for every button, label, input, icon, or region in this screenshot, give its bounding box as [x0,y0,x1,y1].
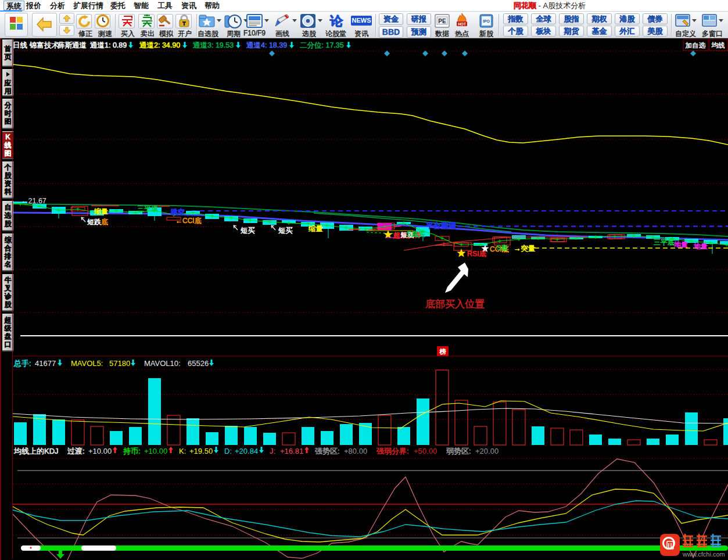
svg-text:+20.00: +20.00 [475,447,499,455]
svg-text:+50.00: +50.00 [414,447,437,455]
svg-text:短买: 短买 [278,227,293,235]
svg-text:薛斯通道: 薛斯通道 [58,41,87,49]
svg-text:+80.00: +80.00 [344,447,367,455]
svg-text:通道3: 19.53: 通道3: 19.53 [193,41,234,49]
svg-text:57180: 57180 [109,359,130,368]
svg-text:MAVOL10:: MAVOL10: [144,359,181,368]
svg-text:+19.50: +19.50 [189,447,213,455]
svg-text:→突量: →突量 [514,245,536,253]
svg-text:←CCI底: ←CCI底 [175,217,202,225]
svg-text:HOT: HOT [458,22,466,26]
svg-text:榜: 榜 [440,348,446,355]
svg-text:锦富技术: 锦富技术 [29,41,59,49]
svg-text:总手:: 总手: [13,359,31,368]
svg-text:通道1: 0.89: 通道1: 0.89 [90,41,127,49]
svg-text:MAVOL5:: MAVOL5: [71,359,103,368]
svg-text:日线: 日线 [13,41,27,49]
svg-text:二分位: 17.35: 二分位: 17.35 [300,41,344,49]
svg-text:加自选: 加自选 [686,42,706,49]
svg-text:强弱分界:: 强弱分界: [376,447,409,455]
svg-text:三平顶: 三平顶 [137,204,158,213]
svg-text:短跌: 短跌 [87,218,101,226]
svg-text:跳空: 跳空 [170,208,185,216]
svg-text:缩量: 缩量 [309,225,323,233]
svg-text:通道4: 18.39: 通道4: 18.39 [246,41,287,49]
svg-text:S底: S底 [497,244,507,251]
svg-text:+20.84: +20.84 [235,447,258,455]
svg-text:S底买: S底买 [407,230,425,238]
svg-text:通道2: 34.90: 通道2: 34.90 [139,41,180,49]
svg-text:K:: K: [179,447,186,455]
svg-text:三平底: 三平底 [654,238,675,246]
svg-text:IPO: IPO [483,19,490,23]
svg-text:底部买入位置: 底部买入位置 [425,299,485,310]
svg-text:PE: PE [438,18,446,24]
svg-text:均线: 均线 [711,42,726,49]
svg-text:+16.81: +16.81 [280,447,303,455]
svg-text:缩量: 缩量 [94,207,108,216]
svg-text:+10.00: +10.00 [144,447,167,455]
svg-text:持币:: 持币: [123,447,141,455]
svg-text:J:: J: [270,447,275,455]
svg-text:地量: 地量 [694,242,708,250]
svg-text:41677: 41677 [35,359,56,368]
svg-text:65526: 65526 [188,359,209,368]
svg-text:均线上的KDJ: 均线上的KDJ [13,447,59,455]
svg-text:D:: D: [224,447,232,455]
svg-text:地量: 地量 [674,240,688,249]
svg-text:平台整理: 平台整理 [426,221,457,230]
svg-text:+10.00: +10.00 [88,447,112,455]
svg-text:←21.67: ←21.67 [21,197,46,205]
svg-text:短买: 短买 [241,227,255,235]
svg-text:过渡:: 过渡: [67,447,85,455]
svg-text:弱势区:: 弱势区: [446,447,471,455]
svg-text:强势区:: 强势区: [315,447,340,455]
svg-text:底: 底 [101,218,108,226]
